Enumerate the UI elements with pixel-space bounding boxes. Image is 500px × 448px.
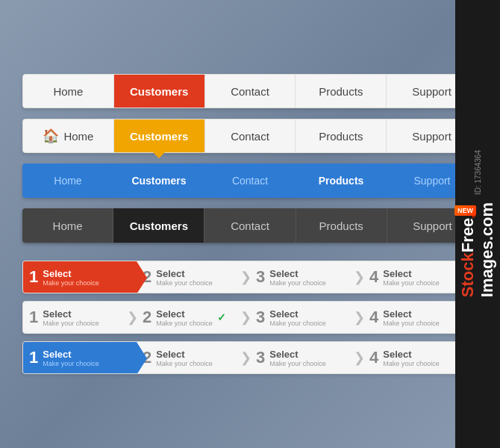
step1-3[interactable]: 3 Select Make your chooice <box>250 261 363 293</box>
step-text: Select Make your chooice <box>43 349 99 367</box>
step-text: Select Make your chooice <box>43 308 99 327</box>
step-text: Select Make your chooice <box>269 268 326 287</box>
step-text: Select Make your chooice <box>383 268 440 287</box>
step-text: Select Make your chooice <box>156 308 213 327</box>
step-number: 1 <box>29 349 38 366</box>
step-text: Select Make your chooice <box>156 268 213 287</box>
nav3-customers[interactable]: Customers <box>113 164 204 198</box>
step-number: 4 <box>369 309 378 326</box>
stepbar-2: 1 Select Make your chooice 2 Select Make… <box>22 301 478 334</box>
step-number: 1 <box>29 269 38 285</box>
nav2-products[interactable]: Products <box>296 119 387 152</box>
step-number: 3 <box>256 349 265 366</box>
step2-1[interactable]: 1 Select Make your chooice <box>23 302 137 333</box>
nav2-contact[interactable]: Contact <box>205 119 296 152</box>
nav4-customers[interactable]: Customers <box>113 208 204 243</box>
checkmark-icon: ✓ <box>217 311 226 323</box>
step3-1[interactable]: 1 Select Make your chooice <box>23 342 137 373</box>
step3-3[interactable]: 3 Select Make your chooice <box>250 342 363 373</box>
stepbar-1: 1 Select Make your chooice 2 Select Make… <box>22 261 478 293</box>
step-bars: 1 Select Make your chooice 2 Select Make… <box>22 261 478 374</box>
step-text: Select Make your chooice <box>156 349 213 367</box>
step-number: 4 <box>369 269 378 285</box>
step-text: Select Make your chooice <box>269 349 326 367</box>
watermark: ID: 17364364 StockFreeImages.com <box>455 0 500 448</box>
nav4-home[interactable]: Home <box>22 208 113 243</box>
step3-2[interactable]: 2 Select Make your chooice <box>137 342 250 373</box>
step2-2[interactable]: 2 Select Make your chooice ✓ <box>137 302 250 333</box>
navbar-2: 🏠 Home Customers Contact Products Suppor… <box>22 119 478 153</box>
step-number: 3 <box>256 309 265 326</box>
step-text: Select Make your chooice <box>383 349 440 367</box>
nav1-contact[interactable]: Contact <box>205 75 296 108</box>
nav2-home[interactable]: 🏠 Home <box>23 119 114 152</box>
step-number: 3 <box>256 269 265 285</box>
navbar-3: Home Customers Contact Products Support <box>22 164 478 198</box>
step-number: 1 <box>29 309 38 326</box>
watermark-id: ID: 17364364 <box>474 150 482 195</box>
watermark-stock: Stock <box>458 253 477 298</box>
nav4-products[interactable]: Products <box>296 208 387 243</box>
nav1-customers[interactable]: Customers <box>114 75 205 108</box>
step1-2[interactable]: 2 Select Make your chooice <box>137 261 250 293</box>
watermark-text: StockFreeImages.com <box>458 202 497 297</box>
step-number: 4 <box>369 349 378 366</box>
nav1-home[interactable]: Home <box>23 75 114 108</box>
step-text: Select Make your chooice <box>269 308 326 327</box>
step-text: Select Make your chooice <box>43 268 99 287</box>
step-number: 2 <box>143 309 151 326</box>
nav4-contact[interactable]: Contact <box>204 208 296 243</box>
stepbar-3: 1 Select Make your chooice 2 Select Make… <box>22 341 478 374</box>
step1-1[interactable]: 1 Select Make your chooice <box>23 261 137 293</box>
navbar-1: Home Customers Contact Products Support <box>22 74 478 108</box>
nav2-customers[interactable]: Customers <box>114 119 205 152</box>
nav3-contact[interactable]: Contact <box>204 164 296 198</box>
nav1-products[interactable]: Products <box>296 75 387 108</box>
nav3-home[interactable]: Home <box>22 164 113 198</box>
step2-3[interactable]: 3 Select Make your chooice <box>250 302 363 333</box>
step-text: Select Make your chooice <box>383 308 440 327</box>
main-container: Home Customers Contact Products Support … <box>22 74 478 374</box>
nav3-products[interactable]: Products <box>296 164 387 198</box>
navbar-4: Home Customers Contact Products Support … <box>22 208 478 243</box>
house-icon: 🏠 <box>43 128 59 144</box>
new-badge: NEW <box>454 205 476 216</box>
